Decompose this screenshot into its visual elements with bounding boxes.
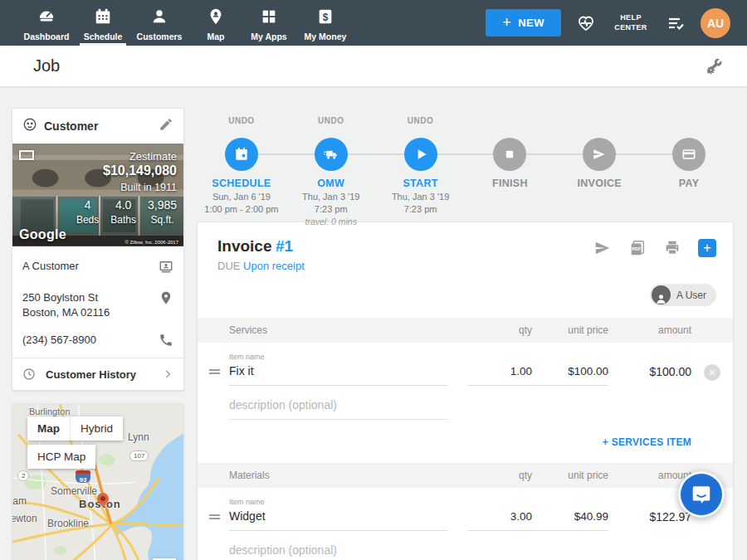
start-step-button[interactable] <box>404 138 437 171</box>
nav-label: Schedule <box>84 32 123 41</box>
contact-card-icon[interactable] <box>152 259 173 277</box>
invoice-number[interactable]: #1 <box>276 237 293 255</box>
undo-start-button[interactable]: UNDO <box>376 116 466 129</box>
material-unit-price-input[interactable]: $40.99 <box>532 510 608 531</box>
customer-history-row[interactable]: Customer History <box>12 358 183 390</box>
zestimate-label: Zestimate <box>129 150 177 163</box>
nav-label: Customers <box>137 32 183 41</box>
nav-item-dashboard[interactable]: Dashboard <box>17 0 76 46</box>
service-description-input[interactable] <box>229 398 447 420</box>
remove-item-icon[interactable]: ✕ <box>704 364 720 381</box>
play-icon <box>413 146 429 163</box>
google-logo: Google <box>19 227 66 242</box>
zestimate-value: $10,149,080 <box>103 163 177 178</box>
amount-column-header: amount <box>608 470 691 481</box>
send-invoice-icon[interactable] <box>593 239 612 257</box>
material-name-input[interactable]: Widget <box>229 509 447 531</box>
service-qty-input[interactable]: 1.00 <box>467 365 532 386</box>
assigned-user-chip[interactable]: A User <box>650 284 716 306</box>
dashboard-icon <box>37 7 56 29</box>
top-navigation: Dashboard Schedule Customers Map My Apps… <box>0 0 747 46</box>
task-list-icon[interactable] <box>666 13 686 33</box>
svg-text:$: $ <box>323 12 329 23</box>
fullscreen-icon[interactable] <box>19 150 34 160</box>
new-button[interactable]: + NEW <box>486 9 561 37</box>
map-type-map-button[interactable]: Map <box>27 416 70 441</box>
service-description-row <box>198 386 733 420</box>
due-terms-link[interactable]: Upon receipt <box>243 260 305 272</box>
drag-handle-icon[interactable] <box>209 368 229 386</box>
drag-handle-icon[interactable] <box>209 513 229 531</box>
qty-column-header: qty <box>467 470 532 481</box>
schedule-step-button[interactable] <box>225 138 258 171</box>
phone-icon[interactable] <box>152 333 173 351</box>
job-tools-icon[interactable] <box>704 56 724 76</box>
map-label: Brookline <box>47 518 89 529</box>
omw-step-button[interactable] <box>315 138 348 171</box>
new-button-label: NEW <box>518 17 544 29</box>
person-icon <box>150 7 168 29</box>
invoice-title: Invoice <box>217 237 271 255</box>
map-type-hybrid-button[interactable]: Hybrid <box>70 416 123 441</box>
invoice-header: Invoice #1 DUE Upon receipt PDF + <box>198 222 733 280</box>
finish-step-button[interactable] <box>493 138 526 171</box>
due-label: DUE <box>217 260 240 272</box>
invoice-step-button[interactable] <box>583 138 616 171</box>
stat-baths: 4.0Baths <box>110 198 136 226</box>
services-title: Services <box>198 324 467 336</box>
customer-address: 250 Boylston StBoston, MA 02116 <box>22 290 152 319</box>
timeline-step-omw: UNDO OMW Thu, Jan 3 '197:23 pm travel: 0… <box>286 116 376 226</box>
invoice-card: Invoice #1 DUE Upon receipt PDF + A Use <box>197 222 734 560</box>
print-icon[interactable] <box>663 239 681 257</box>
calendar-icon <box>94 7 112 29</box>
hcp-map-button[interactable]: HCP Map <box>27 445 95 469</box>
add-invoice-button[interactable]: + <box>698 239 716 257</box>
location-pin-icon[interactable] <box>152 290 173 309</box>
undo-omw-button[interactable]: UNDO <box>286 116 376 129</box>
nav-item-my-money[interactable]: $ My Money <box>295 0 355 46</box>
health-heart-icon[interactable] <box>576 13 596 33</box>
timeline-step-start: UNDO START Thu, Jan 3 '197:23 pm <box>376 116 466 226</box>
route-shield-107: 107 <box>129 450 149 461</box>
timeline-step-schedule: UNDO SCHEDULE Sun, Jan 6 '191:00 pm - 2:… <box>197 116 286 226</box>
map-type-control: Map Hybrid <box>27 416 123 441</box>
timeline-step-pay: PAY <box>644 116 734 226</box>
service-unit-price-input[interactable]: $100.00 <box>532 365 608 386</box>
customer-history-label: Customer History <box>46 368 162 381</box>
help-center-link[interactable]: HELP CENTER <box>611 13 651 32</box>
page-header: Job <box>0 46 747 87</box>
truck-icon <box>323 146 339 163</box>
material-amount: $122.97 <box>608 510 691 531</box>
material-line-item: Item name Widget 3.00 $40.99 $122.97 <box>198 488 733 531</box>
map-widget[interactable]: Burlington Lynn Somerville Waltham Bosto… <box>12 403 184 560</box>
nav-item-customers[interactable]: Customers <box>129 0 189 46</box>
add-services-item-link[interactable]: + SERVICES ITEM <box>198 420 733 463</box>
nav-item-map[interactable]: Map <box>189 0 242 46</box>
edit-pencil-icon[interactable] <box>159 117 173 135</box>
customer-address-row: 250 Boylston StBoston, MA 02116 <box>22 284 173 326</box>
user-avatar-icon <box>652 285 671 304</box>
nav-item-schedule[interactable]: Schedule <box>76 0 129 46</box>
photo-credit: © Zillow, Inc. 2006-2017 <box>125 240 178 245</box>
map-label: Somerville <box>51 485 97 497</box>
service-amount: $100.00 <box>608 365 691 386</box>
nav-label: Map <box>208 32 225 41</box>
customer-phone: (234) 567-8900 <box>22 333 152 348</box>
chat-launcher-button[interactable] <box>678 471 725 518</box>
stat-beds: 4Beds <box>76 198 99 226</box>
service-name-input[interactable]: Fix it <box>229 364 447 386</box>
materials-title: Materials <box>198 470 467 481</box>
nav-label: My Money <box>305 32 347 41</box>
nav-items: Dashboard Schedule Customers Map My Apps… <box>0 0 355 46</box>
map-label: Lynn <box>128 431 149 443</box>
nav-item-my-apps[interactable]: My Apps <box>242 0 295 46</box>
pay-step-button[interactable] <box>672 138 706 171</box>
page-title: Job <box>33 56 60 75</box>
material-description-input[interactable] <box>229 543 447 560</box>
pdf-icon[interactable]: PDF <box>628 239 647 257</box>
material-qty-input[interactable]: 3.00 <box>467 510 532 531</box>
user-avatar[interactable]: AU <box>701 8 730 38</box>
undo-schedule-button[interactable]: UNDO <box>197 116 286 129</box>
nav-label: Dashboard <box>24 32 70 41</box>
start-date: Thu, Jan 3 '197:23 pm <box>376 191 466 217</box>
